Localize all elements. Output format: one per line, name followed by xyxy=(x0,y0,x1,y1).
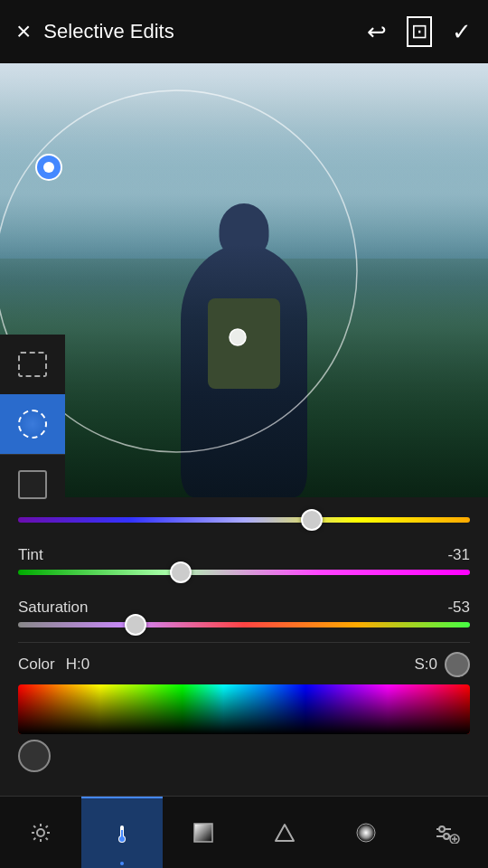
rect-select-icon xyxy=(18,352,47,377)
tint-value: -31 xyxy=(447,546,470,564)
svg-line-11 xyxy=(33,837,35,839)
color-wheel-handle[interactable] xyxy=(18,740,51,772)
header: × Selective Edits ↩ ⊡ ✓ xyxy=(0,0,488,63)
saturation-label: Saturation xyxy=(18,599,89,617)
tool-panel xyxy=(0,335,65,514)
saturation-slider-row: Saturation -53 xyxy=(18,590,470,642)
bottom-panel: Tint -31 Saturation -53 Color xyxy=(0,497,488,868)
toolbar-light-button[interactable] xyxy=(0,797,81,869)
extra-tool[interactable] xyxy=(0,454,65,514)
svg-line-12 xyxy=(46,826,48,827)
confirm-button[interactable]: ✓ xyxy=(452,18,472,46)
tint-slider-track[interactable] xyxy=(18,570,470,575)
toolbar-temp-button[interactable] xyxy=(81,797,163,869)
header-left: × Selective Edits xyxy=(16,17,174,46)
sun-icon xyxy=(30,822,52,844)
active-dot xyxy=(120,862,124,865)
svg-rect-17 xyxy=(194,824,212,842)
saturation-value: -53 xyxy=(447,599,470,617)
color-toggle-button[interactable] xyxy=(445,652,470,677)
svg-point-19 xyxy=(357,824,375,842)
header-actions: ↩ ⊡ ✓ xyxy=(367,16,472,47)
svg-line-10 xyxy=(46,837,48,839)
rect-select-tool[interactable] xyxy=(0,335,65,394)
tint-label: Tint xyxy=(18,546,43,564)
color-header-right: S:0 xyxy=(414,652,470,677)
color-spectrum[interactable] xyxy=(18,684,470,734)
color-label: Color xyxy=(18,656,55,674)
color-picker-row: Color H:0 S:0 xyxy=(18,642,470,778)
page-title: Selective Edits xyxy=(43,20,174,43)
sliders-area: Tint -31 Saturation -53 Color xyxy=(0,497,488,778)
bottom-toolbar xyxy=(0,796,488,868)
svg-line-9 xyxy=(33,826,35,827)
adjust-icon xyxy=(435,822,460,844)
person-torso xyxy=(181,244,307,497)
toolbar-vignette-button[interactable] xyxy=(325,797,407,869)
detail-icon xyxy=(274,822,296,844)
svg-point-16 xyxy=(119,836,125,842)
saturation-track-bg xyxy=(18,622,470,627)
svg-point-22 xyxy=(439,826,445,832)
toolbar-items xyxy=(0,797,488,869)
extra-tool-icon xyxy=(18,470,47,499)
svg-marker-18 xyxy=(276,825,294,841)
radial-select-tool[interactable] xyxy=(0,394,65,454)
view-toggle-button[interactable]: ⊡ xyxy=(407,16,432,47)
toolbar-tone-button[interactable] xyxy=(163,797,244,869)
radial-select-icon xyxy=(18,410,47,439)
backpack xyxy=(208,298,280,389)
thermometer-icon xyxy=(111,823,133,844)
temp-slider-thumb[interactable] xyxy=(301,509,323,531)
color-gradient xyxy=(18,684,470,734)
vignette-icon xyxy=(355,822,377,844)
person-body xyxy=(181,244,307,497)
saturation-slider-thumb[interactable] xyxy=(125,614,146,636)
svg-point-23 xyxy=(444,834,449,839)
color-header: Color H:0 S:0 xyxy=(18,652,470,677)
close-button[interactable]: × xyxy=(16,17,31,46)
saturation-slider-track[interactable] xyxy=(18,622,470,627)
toolbar-adjust-button[interactable] xyxy=(407,797,488,869)
saturation-label-row: Saturation -53 xyxy=(18,599,470,617)
tone-icon xyxy=(192,822,214,844)
saturation-label-color: S:0 xyxy=(414,656,437,674)
temp-slider-row xyxy=(18,497,470,537)
tint-label-row: Tint -31 xyxy=(18,546,470,564)
temp-slider-track[interactable] xyxy=(18,517,470,523)
temp-track-bg xyxy=(18,517,470,523)
image-canvas[interactable] xyxy=(0,63,488,497)
tint-slider-row: Tint -31 xyxy=(18,537,470,590)
active-indicator xyxy=(81,862,163,865)
color-header-left: Color H:0 xyxy=(18,656,89,674)
person-subject xyxy=(172,226,316,497)
tint-slider-thumb[interactable] xyxy=(170,561,192,583)
svg-point-4 xyxy=(37,829,44,836)
toolbar-detail-button[interactable] xyxy=(244,797,325,869)
undo-button[interactable]: ↩ xyxy=(367,18,387,46)
tint-track-bg xyxy=(18,570,470,575)
hue-value: H:0 xyxy=(66,656,89,674)
